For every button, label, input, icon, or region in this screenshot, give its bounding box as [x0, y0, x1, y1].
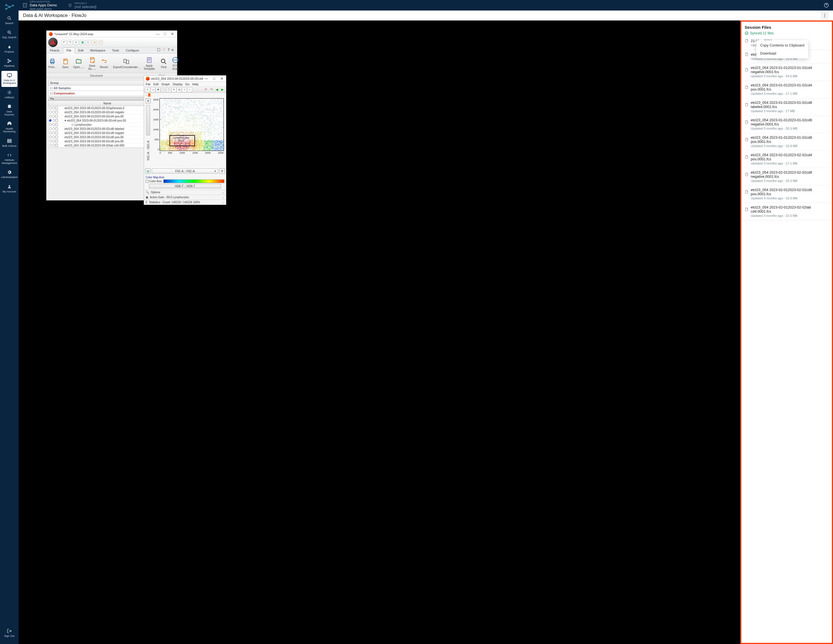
- colormap-parameter-selector[interactable]: HDR-T :: HDR-T: [149, 184, 221, 188]
- session-file-item[interactable]: etcl23_054 2023-01-012023-01-02cd8 label…: [741, 98, 832, 116]
- rect-gate-tool[interactable]: ▭: [150, 87, 155, 92]
- find-button[interactable]: Find: [158, 53, 169, 73]
- color-axis-checkbox[interactable]: Color Axis: [146, 180, 162, 183]
- app-logo[interactable]: [4, 3, 15, 11]
- tool-icon[interactable]: ↶: [61, 40, 66, 45]
- sidebar-item-health-monitoring[interactable]: Health Monitoring: [2, 119, 18, 135]
- help-button[interactable]: [823, 3, 829, 8]
- pointer-tool[interactable]: ↖: [145, 87, 150, 92]
- menu-file[interactable]: File: [146, 82, 151, 86]
- open-button[interactable]: Open...: [71, 53, 87, 73]
- tool-icon[interactable]: ≡: [74, 40, 79, 45]
- session-file-item[interactable]: etcl23_054 2023-01-012023-01-02cd8 negat…: [741, 116, 832, 133]
- revert-button[interactable]: Revert: [98, 53, 110, 73]
- undo-button[interactable]: ↶: [203, 87, 208, 92]
- sidebar-item-attribute-management[interactable]: Attribute Management: [2, 151, 18, 167]
- scatter-titlebar[interactable]: etcl23_054 2023-08-012023-08-02cd4 ... —…: [144, 75, 226, 82]
- session-file-item[interactable]: etcl23_054 2023-02-012023-02-02cd8 negat…: [741, 168, 832, 186]
- export-button[interactable]: Export/Concatenate: [111, 53, 142, 73]
- menu-display[interactable]: Display: [172, 82, 182, 86]
- nav-controls: ↶ ↷ ◀ ▶: [203, 87, 225, 92]
- gate-label: Lymphocytes89.0: [173, 136, 190, 142]
- plot-settings-button[interactable]: ▤: [145, 168, 151, 174]
- close-button[interactable]: ✕: [170, 32, 175, 36]
- menu-icon[interactable]: ≡: [171, 48, 174, 52]
- session-file-item[interactable]: etcl23_054 2023-01-012023-01-02cd8 pos.0…: [741, 133, 832, 151]
- context-copy-contents[interactable]: Copy Contents to Clipboard: [756, 41, 808, 49]
- context-download[interactable]: Download: [756, 49, 808, 57]
- polygon-gate-tool[interactable]: ⬡: [166, 87, 171, 92]
- quad-gate-tool[interactable]: ✚: [156, 87, 161, 92]
- save-button[interactable]: Save: [60, 53, 71, 73]
- x-axis-selector[interactable]: FSC-A :: FSC-A: [152, 169, 218, 173]
- ribbon-tab-flowjo[interactable]: FlowJo: [47, 48, 63, 53]
- sidebar-item-administration[interactable]: Administration: [2, 168, 18, 181]
- tool-icon[interactable]: ▦: [80, 40, 85, 45]
- session-file-item[interactable]: etcl23_054 2023-02-012023-02-02cd4 pos.0…: [741, 151, 832, 168]
- ribbon-tab-file[interactable]: File: [63, 47, 75, 53]
- maximize-button[interactable]: □: [162, 32, 167, 36]
- fcs-scan-button[interactable]: FCS Scan: [169, 53, 181, 73]
- print-button[interactable]: Print...: [47, 53, 58, 73]
- menu-graph[interactable]: Graph: [161, 82, 170, 86]
- bookmark-icon[interactable]: ☐: [157, 48, 161, 52]
- sidebar-item-sql-search[interactable]: SQL Search: [2, 28, 18, 41]
- window-titlebar[interactable]: *unsaved* 21-May-2024.wsp — □ ✕: [47, 31, 177, 37]
- sidebar-item-my-account[interactable]: My Account: [2, 182, 18, 195]
- org-selector[interactable]: ORGANIZATION Data Apps Demo data-apps-de…: [23, 0, 57, 11]
- sidebar-item-data-ai-workspace[interactable]: Data & AI Workspace: [2, 71, 18, 87]
- session-file-item[interactable]: etcl23_054 2023-01-012023-01-02cd4 negat…: [741, 63, 832, 81]
- ribbon-tab-tools[interactable]: Tools: [109, 48, 122, 53]
- text-tool-y[interactable]: T: [146, 98, 151, 103]
- ribbon-tab-edit[interactable]: Edit: [75, 48, 87, 53]
- text-tool-x[interactable]: T: [219, 168, 225, 174]
- next-button[interactable]: ▶: [220, 87, 225, 92]
- tool-icon[interactable]: ◯: [98, 40, 103, 45]
- file-name: etcl23_054 2023-01-012023-01-02cd4 pos.0…: [751, 83, 828, 92]
- scatter-plot[interactable]: Lymphocytes89.0: [159, 98, 224, 151]
- active-gate-row[interactable]: ▦Active Gate - 89.0 Lymphocytes⌄: [144, 194, 226, 200]
- sidebar-item-bulk-actions[interactable]: Bulk Actions: [2, 137, 18, 149]
- redo-button[interactable]: ↷: [209, 87, 214, 92]
- ribbon-tab-workspace[interactable]: Workspace: [87, 48, 109, 53]
- svg-point-4: [8, 17, 10, 19]
- magic-tool[interactable]: ✧: [182, 87, 187, 92]
- y-axis-control[interactable]: [146, 105, 150, 135]
- template-button[interactable]: Apply Template: [142, 53, 157, 73]
- link-tool[interactable]: ⧉: [177, 87, 182, 92]
- maximize-button[interactable]: □: [212, 77, 217, 80]
- session-file-item[interactable]: etcl23_054 2023-02-012023-02-02cd8 pos.0…: [741, 186, 832, 203]
- heart-icon[interactable]: ♡: [162, 48, 166, 52]
- tool-icon[interactable]: L: [86, 40, 91, 45]
- sidebar-item-artifacts[interactable]: Artifacts: [2, 88, 18, 101]
- auto-tool[interactable]: ⟇: [187, 87, 192, 92]
- overflow-menu-button[interactable]: [821, 11, 828, 19]
- sidebar-item-search[interactable]: Search: [2, 14, 18, 27]
- help-icon[interactable]: ?: [167, 48, 170, 52]
- menu-help[interactable]: Help: [192, 82, 199, 86]
- pencil-tool[interactable]: ✎: [171, 87, 177, 92]
- sidebar-signout[interactable]: Sign Out: [2, 626, 18, 639]
- colormap-gradient[interactable]: [163, 180, 224, 183]
- sidebar-item-projects[interactable]: Projects: [2, 42, 18, 55]
- session-file-item[interactable]: etcl23_054 2023-01-012023-01-02cd4 pos.0…: [741, 81, 832, 98]
- saveas-button[interactable]: Save As...: [87, 53, 98, 73]
- tool-icon[interactable]: ↷: [68, 40, 72, 45]
- menu-go[interactable]: Go: [185, 82, 190, 86]
- options-row[interactable]: 🔍Options⌄: [144, 190, 226, 194]
- project-selector[interactable]: PROJECT (not selected): [68, 2, 96, 9]
- menu-edit[interactable]: Edit: [153, 82, 159, 86]
- ellipse-gate-tool[interactable]: ◯: [161, 87, 166, 92]
- statistics-row[interactable]: ΣStatistics - Count: 145226 / 145226 100…: [144, 200, 226, 205]
- ribbon-tab-configure[interactable]: Configure: [122, 48, 142, 53]
- session-file-item[interactable]: etcl23_054 2023-02-012023-02-02lab cd4.0…: [741, 203, 832, 220]
- close-button[interactable]: ✕: [219, 77, 224, 80]
- minimize-button[interactable]: —: [155, 32, 160, 36]
- prev-button[interactable]: ◀: [214, 87, 219, 92]
- file-icon: [745, 120, 749, 124]
- minimize-button[interactable]: —: [204, 77, 209, 80]
- sidebar-item-pipelines[interactable]: Pipelines: [2, 56, 18, 69]
- tool-icon[interactable]: ◷: [92, 40, 97, 45]
- gate-icon: ▦: [146, 196, 148, 199]
- sidebar-item-data-sources[interactable]: Data Sources: [2, 102, 18, 118]
